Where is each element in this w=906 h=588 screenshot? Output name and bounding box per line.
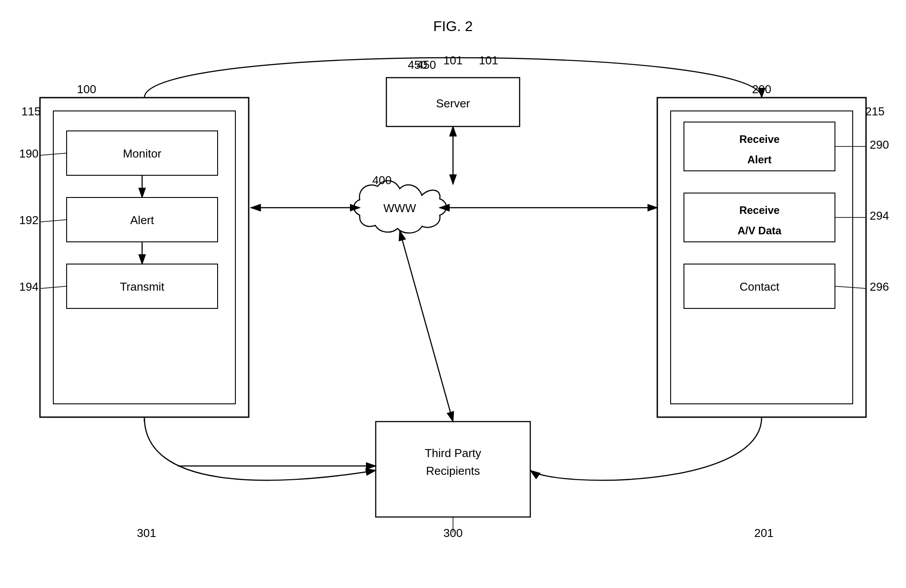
www-to-third-party-arrow: [400, 231, 453, 422]
ref-296-text: 296: [870, 280, 889, 293]
ref-101-text: 101: [479, 54, 498, 67]
receive-alert-label2: Alert: [747, 154, 772, 166]
ref-400-text: 400: [372, 174, 391, 187]
ref-194-text: 194: [19, 280, 38, 293]
right-to-third-party-arrow: [530, 417, 762, 480]
ref-301-text: 301: [137, 526, 156, 540]
transmit-label: Transmit: [120, 280, 165, 293]
ref-450-text: 450: [408, 58, 427, 71]
ref-215-text: 215: [865, 105, 884, 118]
contact-label: Contact: [739, 280, 779, 293]
ref-294-text: 294: [870, 209, 889, 222]
diagram-container: FIG. 2 Monitor Alert Transmit Receive Al…: [0, 0, 906, 588]
ref-290-text: 290: [870, 138, 889, 151]
ref-201-text: 201: [754, 526, 773, 540]
receive-av-label2: A/V Data: [738, 225, 782, 237]
monitor-label: Monitor: [123, 147, 162, 160]
www-cloud: WWW: [354, 181, 446, 233]
receive-av-label1: Receive: [739, 204, 780, 216]
left-to-third-party-arrow: [144, 417, 376, 480]
third-party-label1: Third Party: [425, 446, 481, 460]
ref-115-text: 115: [21, 105, 40, 118]
ref-192-text: 192: [19, 213, 38, 227]
ref-190-text: 190: [19, 147, 38, 160]
figure-title: FIG. 2: [433, 18, 473, 34]
ref-100-text: 100: [77, 83, 96, 96]
ref-200-text: 200: [752, 83, 771, 96]
third-party-label2: Recipients: [426, 464, 480, 478]
alert-label: Alert: [130, 213, 154, 227]
server-label: Server: [436, 97, 470, 110]
receive-alert-label1: Receive: [739, 133, 780, 145]
www-label: WWW: [383, 201, 416, 215]
ref-101: 101: [443, 54, 462, 67]
